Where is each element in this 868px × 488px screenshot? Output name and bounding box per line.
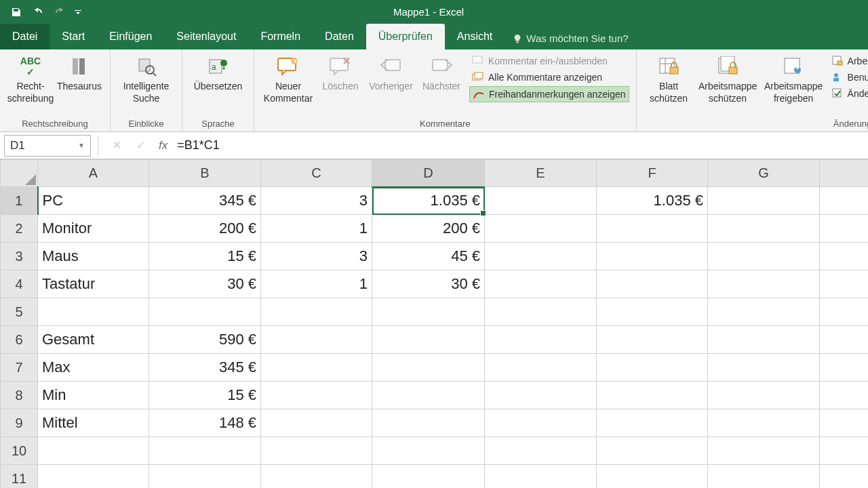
cell-E9[interactable] xyxy=(485,409,597,437)
col-header-D[interactable]: D xyxy=(372,160,485,187)
tab-insert[interactable]: Einfügen xyxy=(97,24,164,49)
col-header-A[interactable]: A xyxy=(38,160,149,187)
col-header-H[interactable] xyxy=(820,160,869,187)
enter-formula-button[interactable]: ✓ xyxy=(129,136,153,155)
next-comment-button[interactable]: Nächster xyxy=(418,52,465,94)
cell-G1[interactable] xyxy=(708,187,820,215)
cell-G7[interactable] xyxy=(708,354,820,382)
cell-F5[interactable] xyxy=(597,298,708,326)
cell-A7[interactable]: Max xyxy=(38,354,149,382)
protect-workbook-button[interactable]: Arbeitsmappe schützen xyxy=(696,52,760,106)
col-header-B[interactable]: B xyxy=(149,160,261,187)
row-header-7[interactable]: 7 xyxy=(1,354,38,382)
cell-D9[interactable] xyxy=(372,409,485,437)
undo-button[interactable] xyxy=(28,3,47,22)
cell-B8[interactable]: 15 € xyxy=(149,382,261,409)
cell-D8[interactable] xyxy=(372,382,485,409)
cell-H10[interactable] xyxy=(820,437,869,465)
toggle-comment-button[interactable]: Kommentar ein-/ausblenden xyxy=(469,54,629,68)
cell-C7[interactable] xyxy=(261,354,372,382)
cell-D2[interactable]: 200 € xyxy=(372,215,485,243)
thesaurus-button[interactable]: Thesaurus xyxy=(56,52,103,94)
cell-H2[interactable] xyxy=(820,215,869,243)
cell-G10[interactable] xyxy=(708,437,820,465)
row-header-9[interactable]: 9 xyxy=(1,409,38,437)
select-all-corner[interactable] xyxy=(1,160,38,187)
cell-D1[interactable]: 1.035 € xyxy=(372,187,485,215)
cell-B2[interactable]: 200 € xyxy=(149,215,261,243)
cell-G4[interactable] xyxy=(708,270,820,298)
cell-H8[interactable] xyxy=(820,382,869,409)
name-box[interactable]: D1 ▼ xyxy=(4,135,91,157)
spelling-button[interactable]: ABC✓ Recht- schreibung xyxy=(7,52,54,106)
smart-lookup-button[interactable]: Intelligente Suche xyxy=(117,52,175,106)
cell-C3[interactable]: 3 xyxy=(261,243,372,270)
tab-data[interactable]: Daten xyxy=(313,24,366,49)
cell-B4[interactable]: 30 € xyxy=(149,270,261,298)
row-header-3[interactable]: 3 xyxy=(1,243,38,270)
cell-G9[interactable] xyxy=(708,409,820,437)
cell-E7[interactable] xyxy=(485,354,597,382)
cancel-formula-button[interactable]: ✕ xyxy=(104,136,129,155)
cell-D7[interactable] xyxy=(372,354,485,382)
qat-customize-button[interactable] xyxy=(72,3,84,22)
tell-me-search[interactable]: Was möchten Sie tun? xyxy=(505,27,636,49)
cell-C1[interactable]: 3 xyxy=(261,187,372,215)
cell-E6[interactable] xyxy=(485,326,597,354)
col-header-G[interactable]: G xyxy=(708,160,820,187)
cell-C10[interactable] xyxy=(261,437,372,465)
cell-A3[interactable]: Maus xyxy=(38,243,149,270)
tab-formulas[interactable]: Formeln xyxy=(248,24,313,49)
delete-comment-button[interactable]: Löschen xyxy=(317,52,364,94)
cell-A2[interactable]: Monitor xyxy=(38,215,149,243)
cell-F2[interactable] xyxy=(597,215,708,243)
allow-users-button[interactable]: Benutzer xyxy=(829,70,868,85)
cell-C9[interactable] xyxy=(261,409,372,437)
col-header-F[interactable]: F xyxy=(597,160,708,187)
track-changes-button[interactable]: Änderu xyxy=(829,86,868,101)
cell-F6[interactable] xyxy=(597,326,708,354)
cell-C8[interactable] xyxy=(261,382,372,409)
cell-F10[interactable] xyxy=(597,437,708,465)
cell-E8[interactable] xyxy=(485,382,597,409)
redo-button[interactable] xyxy=(50,3,69,22)
cell-G8[interactable] xyxy=(708,382,820,409)
tab-home[interactable]: Start xyxy=(50,24,97,49)
cell-C4[interactable]: 1 xyxy=(261,270,372,298)
cell-C6[interactable] xyxy=(261,326,372,354)
tab-page-layout[interactable]: Seitenlayout xyxy=(164,24,248,49)
cell-B3[interactable]: 15 € xyxy=(149,243,261,270)
cell-D11[interactable] xyxy=(372,465,485,489)
row-header-8[interactable]: 8 xyxy=(1,382,38,409)
cell-H1[interactable] xyxy=(820,187,869,215)
cell-H7[interactable] xyxy=(820,354,869,382)
tab-view[interactable]: Ansicht xyxy=(445,24,505,49)
col-header-E[interactable]: E xyxy=(485,160,597,187)
row-header-10[interactable]: 10 xyxy=(1,437,38,465)
cell-D3[interactable]: 45 € xyxy=(372,243,485,270)
formula-input[interactable]: =B1*C1 xyxy=(173,138,868,152)
cell-F1[interactable]: 1.035 € xyxy=(597,187,708,215)
cell-B10[interactable] xyxy=(149,437,261,465)
cell-E11[interactable] xyxy=(485,465,597,489)
cell-B7[interactable]: 345 € xyxy=(149,354,261,382)
cell-B1[interactable]: 345 € xyxy=(149,187,261,215)
cell-B11[interactable] xyxy=(149,465,261,489)
row-header-11[interactable]: 11 xyxy=(1,465,38,489)
cell-G3[interactable] xyxy=(708,243,820,270)
cell-F3[interactable] xyxy=(597,243,708,270)
cell-D6[interactable] xyxy=(372,326,485,354)
translate-button[interactable]: a Übersetzen xyxy=(189,52,247,94)
cell-B5[interactable] xyxy=(149,298,261,326)
protect-sheet-button[interactable]: Blatt schützen xyxy=(644,52,694,106)
tab-review[interactable]: Überprüfen xyxy=(366,24,445,49)
row-header-6[interactable]: 6 xyxy=(1,326,38,354)
cell-D5[interactable] xyxy=(372,298,485,326)
row-header-1[interactable]: 1 xyxy=(1,187,38,215)
col-header-C[interactable]: C xyxy=(261,160,372,187)
save-button[interactable] xyxy=(7,3,26,22)
cell-E3[interactable] xyxy=(485,243,597,270)
cell-A10[interactable] xyxy=(38,437,149,465)
cell-C11[interactable] xyxy=(261,465,372,489)
cell-F9[interactable] xyxy=(597,409,708,437)
